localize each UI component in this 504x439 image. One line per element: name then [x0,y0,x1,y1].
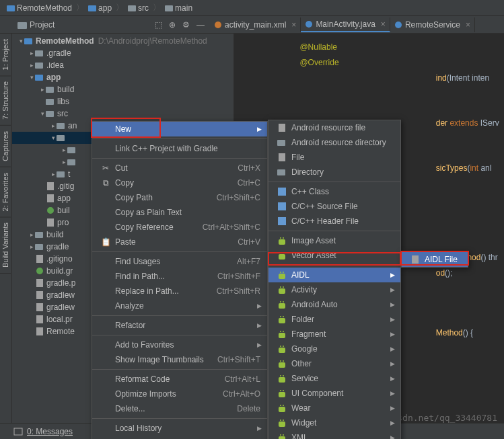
menu-item[interactable]: Local History▶ [92,421,267,436]
close-icon[interactable]: × [463,20,470,30]
menu-item[interactable]: Link C++ Project with Gradle [92,141,267,156]
context-menu-new[interactable]: Android resource fileAndroid resource di… [268,120,401,439]
gear-icon[interactable]: ⚙ [182,20,190,30]
svg-rect-4 [17,22,27,29]
menu-item[interactable]: Android Auto▶ [268,297,400,312]
svg-rect-83 [412,255,419,264]
menu-item[interactable]: AIDL▶ [268,268,400,282]
svg-rect-3 [165,5,173,11]
menu-item[interactable]: Add to Favorites▶ [92,337,267,352]
context-menu-1[interactable]: New▶Link C++ Project with Gradle✂CutCtrl… [92,121,268,439]
menu-item[interactable]: Other▶ [268,356,400,371]
menu-item[interactable]: Replace in Path...Ctrl+Shift+R [92,284,267,298]
sidebar-vertical-tab[interactable]: Build Variants [0,217,11,274]
menu-item[interactable]: Refactor▶ [92,318,267,333]
menu-item[interactable]: New▶ [92,122,267,136]
menu-item[interactable]: Wear▶ [268,401,400,415]
menu-item[interactable]: C/C++ Header File [268,214,400,229]
menu-item[interactable]: Service▶ [268,371,400,386]
svg-point-62 [280,346,281,347]
menu-item[interactable]: File [268,150,400,165]
menu-item[interactable]: ⟳Synchronize 'main' [92,436,267,439]
svg-rect-23 [47,218,54,227]
menu-item[interactable]: Find in Path...Ctrl+Shift+F [92,269,267,284]
editor-tab[interactable]: activity_main.xml× [210,17,301,32]
menu-item[interactable]: ✂CutCtrl+X [92,161,267,175]
menu-item[interactable]: Find UsagesAlt+F7 [92,254,267,269]
menu-item[interactable]: AIDL File [402,252,468,267]
breadcrumb-item[interactable]: main [162,3,195,13]
menu-item[interactable]: Android resource directory [268,135,400,150]
menu-item[interactable]: Copy as Plain Text [92,205,267,220]
menu-item[interactable]: Optimize ImportsCtrl+Alt+O [92,387,267,401]
svg-rect-84 [14,428,22,435]
editor-tab[interactable]: MainActivity.java× [301,17,390,32]
svg-point-57 [283,316,284,317]
menu-item[interactable]: Analyze▶ [92,298,267,313]
breadcrumb-item[interactable]: app [85,3,114,13]
menu-item[interactable]: Widget▶ [268,415,400,430]
sidebar-vertical-tab[interactable]: 2: Favorites [0,167,11,217]
menu-item[interactable]: C/C++ Source File [268,199,400,214]
breadcrumb-item[interactable]: RemoteMethod [4,3,75,13]
menu-item[interactable]: Image Asset [268,233,400,248]
svg-rect-28 [36,279,43,287]
svg-rect-31 [36,315,43,323]
tree-row[interactable]: ▾src [12,108,233,120]
svg-point-80 [280,434,281,436]
svg-rect-2 [128,5,136,11]
svg-rect-26 [36,255,43,263]
svg-point-50 [280,286,281,288]
code-line [254,100,504,115]
messages-icon[interactable] [13,427,23,436]
menu-item[interactable]: Fragment▶ [268,327,400,342]
svg-point-47 [280,272,281,273]
menu-item[interactable]: Vector Asset [268,248,400,263]
menu-item[interactable]: Reformat CodeCtrl+Alt+L [92,372,267,387]
menu-item[interactable]: Folder▶ [268,312,400,327]
menu-item[interactable]: ⧉CopyCtrl+C [92,175,267,190]
messages-tab[interactable]: 0: Messages [27,427,73,436]
svg-point-74 [280,405,281,406]
tree-row[interactable]: ▾app [12,71,233,83]
tree-row[interactable]: ▸build [12,83,233,95]
svg-rect-35 [279,153,285,161]
svg-rect-19 [57,171,65,177]
context-menu-aidl[interactable]: AIDL File [401,251,468,268]
menu-item[interactable]: UI Component▶ [268,386,400,401]
tree-row[interactable]: ▾RemoteMethodD:\Androidproj\RemoteMethod [12,35,233,47]
menu-item[interactable]: Copy ReferenceCtrl+Alt+Shift+C [92,220,267,235]
svg-rect-10 [35,63,43,69]
svg-rect-39 [278,217,286,225]
menu-item[interactable]: XML▶ [268,430,400,439]
svg-point-68 [280,375,281,376]
menu-item[interactable]: Copy PathCtrl+Shift+C [92,190,267,205]
tree-row[interactable]: ▸.gradle [12,47,233,59]
svg-rect-12 [46,87,54,93]
svg-point-54 [283,301,284,303]
hide-icon[interactable]: — [196,20,205,30]
breadcrumb-item[interactable]: src [125,3,151,13]
svg-point-65 [280,360,281,362]
tree-row[interactable]: libs [12,95,233,108]
menu-item[interactable]: Delete...Delete [92,401,267,416]
close-icon[interactable]: × [289,20,296,30]
svg-rect-16 [57,135,65,141]
svg-point-78 [283,420,284,421]
editor-tab[interactable]: RemoteService× [390,17,475,32]
menu-item[interactable]: Android resource file [268,120,400,135]
menu-item[interactable]: Directory [268,165,400,179]
menu-item[interactable]: Activity▶ [268,282,400,297]
close-icon[interactable]: × [378,19,386,29]
sidebar-vertical-tab[interactable]: Captures [0,126,11,167]
menu-item[interactable]: 📋PasteCtrl+V [92,235,267,249]
sidebar-vertical-tab[interactable]: 7: Structure [0,76,11,126]
menu-item[interactable]: C++ Class [268,184,400,199]
collapse-icon[interactable]: ⬚ [155,20,162,30]
target-icon[interactable]: ⊕ [169,20,176,30]
tree-row[interactable]: ▸.idea [12,59,233,71]
menu-item[interactable]: Google▶ [268,342,400,356]
menu-item[interactable]: Show Image ThumbnailsCtrl+Shift+T [92,352,267,367]
sidebar-vertical-tab[interactable]: 1: Project [0,34,11,76]
svg-point-60 [283,331,284,332]
